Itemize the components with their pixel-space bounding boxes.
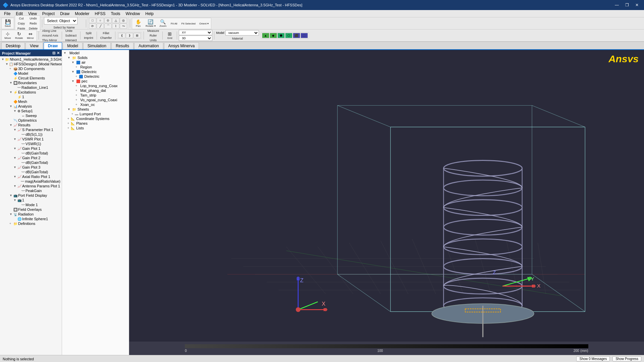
save-button[interactable]: 💾 Save (2, 18, 13, 28)
model-tree-item[interactable]: ▼📁Sheets (62, 107, 129, 112)
project-tree-item[interactable]: 〰dB(GainTotal) (0, 170, 62, 174)
project-tree-item[interactable]: ▼📈Axial Ratio Plot 1 (0, 174, 62, 179)
project-tree-item[interactable]: 〰PeakGain (0, 188, 62, 193)
project-tree-item[interactable]: ▼📈VSWR Plot 1 (0, 137, 62, 141)
project-tree-item[interactable]: +📁Definitions (0, 221, 62, 226)
close-button[interactable]: ✕ (633, 1, 641, 9)
along-line-button[interactable]: Along Line (41, 28, 58, 33)
thru-mirror-button[interactable]: Thru Mirror (41, 38, 59, 43)
view-mode-select[interactable]: 3D 2D (179, 36, 212, 41)
move-button[interactable]: ⊹ Move (2, 31, 13, 41)
project-tree-item[interactable]: 🔷Model (0, 71, 62, 76)
model-tree-item[interactable]: +Region (62, 65, 129, 69)
model-tree-item[interactable]: +Vo_ngoai_cung_Coaxi (62, 98, 129, 102)
model-tree-item[interactable]: +▬Lumped Port (62, 112, 129, 116)
tab-draw[interactable]: Draw (44, 42, 62, 49)
model-tree-item[interactable]: ▼Model (62, 51, 129, 55)
icon-green2[interactable]: ◆ (270, 33, 277, 38)
orient-button[interactable]: Orient ▾ (198, 18, 210, 28)
redo-button[interactable]: Redo (27, 21, 39, 26)
select-mode-dropdown[interactable]: Select: Object Select: Face Select: Edge… (44, 17, 77, 24)
model-tree-item[interactable]: +Tam_strip (62, 93, 129, 98)
fit-all-button[interactable]: Fit All (169, 18, 179, 28)
project-tree-item[interactable]: ▼📺1 (0, 198, 62, 202)
project-tree-item[interactable]: ▼⚡Excitations (0, 90, 62, 95)
project-tree-item[interactable]: 〰VSWR(1) (0, 141, 62, 146)
tab-results[interactable]: Results (111, 42, 133, 49)
minimize-button[interactable]: — (612, 1, 621, 9)
menu-window[interactable]: Window (123, 11, 143, 17)
tab-automation[interactable]: Automation (134, 42, 163, 49)
model-select[interactable]: vacuum (225, 30, 259, 36)
split-button[interactable]: Split (82, 31, 95, 36)
menu-help[interactable]: Help (143, 11, 156, 17)
project-tree-item[interactable]: ▼📡Radiation (0, 212, 62, 217)
model-tree-item[interactable]: +Lop_trong_cung_Coax (62, 83, 129, 88)
tool2-button[interactable]: ⟫ (126, 33, 133, 38)
project-tree-item[interactable]: ▼📈S Parameter Plot 1 (0, 127, 62, 132)
show-messages-button[interactable]: Show 0 Messages (576, 356, 610, 361)
tab-view[interactable]: View (25, 42, 43, 49)
project-tree-item[interactable]: ↔Sweep (0, 113, 62, 118)
subtract-button[interactable]: Subtract (64, 33, 78, 38)
intersect-button[interactable]: Intersect (64, 38, 79, 43)
model-tree-item[interactable]: ▼🟦Dielectric (62, 69, 129, 74)
restore-button[interactable]: ❐ (623, 1, 631, 9)
project-tree-item[interactable]: 🌐Infinite Sphere1 (0, 217, 62, 221)
menu-file[interactable]: File (1, 11, 13, 17)
menu-hfss[interactable]: HFSS (92, 11, 108, 17)
view-plane-select[interactable]: XY XZ YZ (179, 30, 212, 35)
draw-line-button[interactable]: ╱ (97, 23, 104, 29)
copy-button[interactable]: Copy (16, 21, 27, 26)
tab-desktop[interactable]: Desktop (1, 42, 25, 49)
material-button[interactable]: Material (216, 36, 259, 41)
model-tree-item[interactable]: +Xoan_oc (62, 102, 129, 107)
model-tree-item[interactable]: +📐Planes (62, 121, 129, 126)
zoom-button[interactable]: 🔍 Zoom (158, 18, 168, 28)
model-tree-item[interactable]: ▼🟦air (62, 60, 129, 65)
panel-close-button[interactable]: ✕ (57, 51, 60, 55)
icon-green4[interactable]: ⬡ (285, 33, 292, 38)
draw-cylinder-button[interactable]: ⊙ (104, 18, 112, 23)
draw-box-button[interactable]: □ (89, 18, 96, 23)
mirror-button[interactable]: ⇔ Mirror (25, 31, 36, 41)
project-tree-item[interactable]: +📦3D Components (0, 66, 62, 71)
tab-ansys-minerva[interactable]: Ansys Minerva (164, 42, 199, 49)
model-tree-item[interactable]: +📐Lists (62, 126, 129, 130)
project-tree-item[interactable]: ▼📈Results (0, 123, 62, 127)
show-progress-button[interactable]: Show Progress (612, 356, 641, 361)
project-tree-item[interactable]: ▼📁Nhom1_HelicalAntenna_3.5GHz... (0, 57, 62, 62)
draw-sphere-button[interactable]: ○ (97, 18, 104, 23)
project-tree-item[interactable]: ⚡1 (0, 95, 62, 99)
project-tree-item[interactable]: ▼⚙Setup1 (0, 109, 62, 113)
tool1-button[interactable]: ⟪ (118, 33, 125, 38)
project-tree-item[interactable]: ▼📈Gain Plot 3 (0, 165, 62, 170)
ruler-button[interactable]: Ruler (146, 33, 161, 38)
model-tree-item[interactable]: +Mat_phang_dat (62, 88, 129, 93)
undo-button[interactable]: Undo (27, 16, 39, 21)
draw-torus-button[interactable]: ◎ (120, 18, 127, 23)
project-tree-item[interactable]: 🔶Mesh (0, 99, 62, 104)
fillet-button[interactable]: Fillet (99, 31, 114, 36)
draw-arc-button[interactable]: ⌒ (104, 23, 112, 29)
around-axis-button[interactable]: Around Axis (41, 33, 60, 38)
menu-draw[interactable]: Draw (57, 11, 72, 17)
draw-cone-button[interactable]: △ (112, 18, 119, 23)
project-tree-item[interactable]: ▼📈Gain Plot 1 (0, 146, 62, 151)
project-tree-item[interactable]: ▼📈Gain Plot 2 (0, 156, 62, 160)
draw-spline-button[interactable]: 〜 (120, 23, 127, 29)
3d-viewport[interactable]: Ansys 2022 R2 STUDENT (129, 50, 644, 355)
grid-toggle-button[interactable]: ⊞ Grid (164, 31, 175, 41)
imprint-button[interactable]: Imprint (82, 36, 95, 40)
model-tree-item[interactable]: ▼🟥pec (62, 79, 129, 83)
project-tree-item[interactable]: ▼📊Analysis (0, 104, 62, 109)
project-tree-item[interactable]: 〰Mode 1 (0, 202, 62, 207)
project-tree-item[interactable]: 〰mag(AxialRatioValue) (0, 179, 62, 184)
tab-simulation[interactable]: Simulation (83, 42, 111, 49)
project-tree-item[interactable]: ▼🔲Boundaries (0, 80, 62, 85)
model-tree-item[interactable]: +📐Coordinate Systems (62, 116, 129, 121)
menu-modeler[interactable]: Modeler (72, 11, 92, 17)
menu-tools[interactable]: Tools (108, 11, 123, 17)
project-tree-item[interactable]: 〰dB(S(1,1)) (0, 132, 62, 137)
pan-button[interactable]: ✋ Pan (133, 18, 144, 28)
